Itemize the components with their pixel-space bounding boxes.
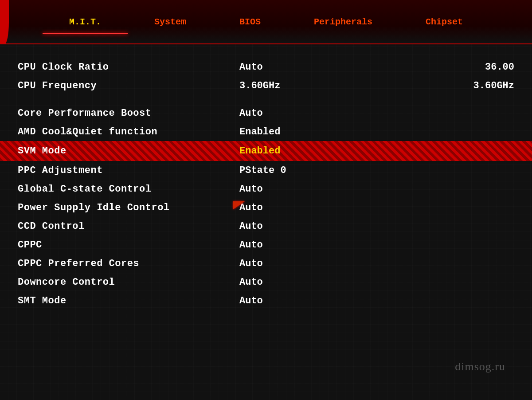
settings-table: CPU Clock Ratio Auto 36.00 CPU Frequency… <box>18 58 514 310</box>
row-amd-cool-quiet[interactable]: AMD Cool&Quiet function Enabled <box>18 122 514 141</box>
setting-value-ppc-adjustment: PState 0 <box>239 165 514 176</box>
setting-name-downcore-control: Downcore Control <box>18 277 239 288</box>
setting-value-cpu-clock-ratio: Auto <box>239 62 443 73</box>
setting-name-power-supply-idle: Power Supply Idle Control <box>18 202 239 213</box>
row-cppc-preferred-cores[interactable]: CPPC Preferred Cores Auto <box>18 254 514 273</box>
main-content: CPU Clock Ratio Auto 36.00 CPU Frequency… <box>0 44 532 323</box>
setting-value-amd-cool-quiet: Enabled <box>239 126 514 137</box>
setting-name-ccd-control: CCD Control <box>18 221 239 232</box>
setting-value-power-supply-idle: Auto <box>239 202 514 213</box>
setting-name-svm-mode: SVM Mode <box>18 145 239 157</box>
row-cppc[interactable]: CPPC Auto <box>18 235 514 254</box>
setting-value-cpu-frequency: 3.60GHz <box>239 80 443 91</box>
setting-value-svm-mode: Enabled <box>239 145 514 157</box>
setting-value-downcore-control: Auto <box>239 277 514 288</box>
setting-name-cpu-frequency: CPU Frequency <box>18 80 239 91</box>
row-power-supply-idle[interactable]: Power Supply Idle Control Auto <box>18 198 514 217</box>
setting-value-smt-mode: Auto <box>239 295 514 306</box>
spacer-1 <box>18 95 514 104</box>
row-downcore-control[interactable]: Downcore Control Auto <box>18 273 514 291</box>
row-ppc-adjustment[interactable]: PPC Adjustment PState 0 <box>18 161 514 180</box>
tab-peripherals[interactable]: Peripherals <box>287 12 399 32</box>
row-ccd-control[interactable]: CCD Control Auto <box>18 217 514 235</box>
setting-name-cppc: CPPC <box>18 239 239 251</box>
watermark: dimsog.ru <box>455 360 505 373</box>
row-cpu-frequency[interactable]: CPU Frequency 3.60GHz 3.60GHz <box>18 76 514 95</box>
top-navigation: M.I.T. System BIOS Peripherals Chipset <box>0 0 532 44</box>
setting-name-cpu-clock-ratio: CPU Clock Ratio <box>18 62 239 73</box>
setting-value2-cpu-frequency: 3.60GHz <box>443 80 514 91</box>
nav-tabs-container: M.I.T. System BIOS Peripherals Chipset <box>18 12 514 32</box>
setting-value-global-cstate: Auto <box>239 184 514 195</box>
tab-system[interactable]: System <box>128 12 213 32</box>
setting-value-cppc-preferred-cores: Auto <box>239 258 514 269</box>
row-cpu-clock-ratio[interactable]: CPU Clock Ratio Auto 36.00 <box>18 58 514 76</box>
setting-name-ppc-adjustment: PPC Adjustment <box>18 165 239 176</box>
tab-mit[interactable]: M.I.T. <box>43 12 128 32</box>
setting-value-core-performance-boost: Auto <box>239 108 514 119</box>
setting-name-amd-cool-quiet: AMD Cool&Quiet function <box>18 126 239 137</box>
setting-name-smt-mode: SMT Mode <box>18 295 239 306</box>
tab-bios[interactable]: BIOS <box>213 12 287 32</box>
row-core-performance-boost[interactable]: Core Performance Boost Auto <box>18 104 514 122</box>
setting-value-ccd-control: Auto <box>239 221 514 232</box>
setting-name-core-performance-boost: Core Performance Boost <box>18 108 239 119</box>
tab-chipset[interactable]: Chipset <box>399 12 489 32</box>
row-global-cstate[interactable]: Global C-state Control Auto <box>18 180 514 198</box>
setting-name-global-cstate: Global C-state Control <box>18 184 239 195</box>
setting-value2-cpu-clock-ratio: 36.00 <box>443 62 514 73</box>
setting-name-cppc-preferred-cores: CPPC Preferred Cores <box>18 258 239 269</box>
row-svm-mode[interactable]: SVM Mode Enabled <box>0 141 532 161</box>
setting-value-cppc: Auto <box>239 239 514 251</box>
row-smt-mode[interactable]: SMT Mode Auto <box>18 291 514 310</box>
mouse-cursor <box>233 201 245 209</box>
left-circle-decoration <box>0 0 9 44</box>
